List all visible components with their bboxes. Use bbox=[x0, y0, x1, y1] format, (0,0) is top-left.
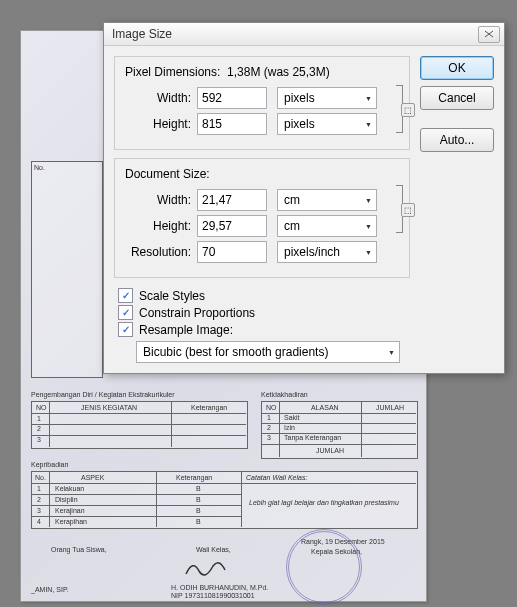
pixel-dimensions-group: Pixel Dimensions: 1,38M (was 25,3M) Widt… bbox=[114, 56, 410, 150]
image-size-dialog: Image Size Pixel Dimensions: 1,38M (was … bbox=[103, 22, 505, 374]
close-icon bbox=[484, 30, 494, 38]
pixel-dimensions-label: Pixel Dimensions: bbox=[125, 65, 220, 79]
doc-width-unit-select[interactable]: cm ▼ bbox=[277, 189, 377, 211]
chain-link-icon[interactable]: ⬚ bbox=[401, 103, 415, 117]
document-size-label: Document Size: bbox=[125, 167, 399, 181]
resample-method-select[interactable]: Bicubic (best for smooth gradients) ▼ bbox=[136, 341, 400, 363]
doc-width-label: Width: bbox=[125, 193, 191, 207]
px-width-unit-select[interactable]: pixels ▼ bbox=[277, 87, 377, 109]
link-bracket: ⬚ bbox=[397, 85, 411, 133]
pixel-dimensions-value: 1,38M (was 25,3M) bbox=[227, 65, 330, 79]
doc-height-input[interactable] bbox=[197, 215, 267, 237]
signature-icon bbox=[181, 556, 231, 581]
close-button[interactable] bbox=[478, 26, 500, 43]
constrain-proportions-checkbox[interactable]: ✓ bbox=[118, 305, 133, 320]
resample-image-checkbox[interactable]: ✓ bbox=[118, 322, 133, 337]
px-height-unit-select[interactable]: pixels ▼ bbox=[277, 113, 377, 135]
section-label: Pengembangan Diri / Kegiatan Ekstrakurik… bbox=[31, 391, 175, 398]
scale-styles-label: Scale Styles bbox=[139, 289, 205, 303]
px-height-label: Height: bbox=[125, 117, 191, 131]
chevron-down-icon: ▼ bbox=[365, 223, 372, 230]
dialog-titlebar[interactable]: Image Size bbox=[104, 23, 504, 46]
doc-height-unit-select[interactable]: cm ▼ bbox=[277, 215, 377, 237]
chevron-down-icon: ▼ bbox=[365, 249, 372, 256]
resolution-label: Resolution: bbox=[125, 245, 191, 259]
auto-button[interactable]: Auto... bbox=[420, 128, 494, 152]
resolution-unit-select[interactable]: pixels/inch ▼ bbox=[277, 241, 377, 263]
link-bracket: ⬚ bbox=[397, 185, 411, 233]
document-size-group: Document Size: Width: cm ▼ Height: cm ▼ bbox=[114, 158, 410, 278]
chevron-down-icon: ▼ bbox=[365, 95, 372, 102]
doc-height-label: Height: bbox=[125, 219, 191, 233]
resolution-input[interactable] bbox=[197, 241, 267, 263]
resample-image-label: Resample Image: bbox=[139, 323, 233, 337]
cancel-button[interactable]: Cancel bbox=[420, 86, 494, 110]
px-height-input[interactable] bbox=[197, 113, 267, 135]
chevron-down-icon: ▼ bbox=[365, 197, 372, 204]
px-width-label: Width: bbox=[125, 91, 191, 105]
dialog-title: Image Size bbox=[112, 27, 172, 41]
ok-button[interactable]: OK bbox=[420, 56, 494, 80]
constrain-proportions-label: Constrain Proportions bbox=[139, 306, 255, 320]
chevron-down-icon: ▼ bbox=[365, 121, 372, 128]
px-width-input[interactable] bbox=[197, 87, 267, 109]
chevron-down-icon: ▼ bbox=[388, 349, 395, 356]
stamp-icon bbox=[286, 529, 362, 605]
scale-styles-checkbox[interactable]: ✓ bbox=[118, 288, 133, 303]
doc-width-input[interactable] bbox=[197, 189, 267, 211]
chain-link-icon[interactable]: ⬚ bbox=[401, 203, 415, 217]
